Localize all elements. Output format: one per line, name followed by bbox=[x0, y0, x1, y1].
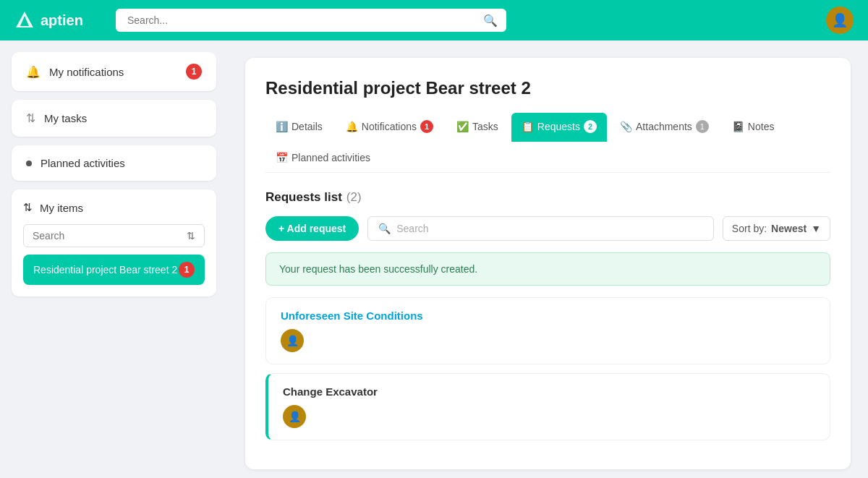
dot-icon bbox=[26, 161, 32, 166]
requests-search-bar[interactable]: 🔍 Search bbox=[367, 216, 714, 241]
project-item[interactable]: Residential project Bear street 2 1 bbox=[23, 255, 205, 285]
project-badge: 1 bbox=[179, 262, 195, 278]
tab-planned-label: Planned activities bbox=[292, 152, 370, 163]
details-icon: ℹ️ bbox=[276, 121, 288, 132]
sort-dropdown[interactable]: Sort by: Newest ▼ bbox=[723, 216, 830, 241]
tab-attachments[interactable]: 📎 Attachments 1 bbox=[610, 113, 719, 142]
project-name: Residential project Bear street 2 bbox=[33, 264, 177, 276]
requests-count: (2) bbox=[346, 190, 362, 205]
request-card-1[interactable]: Unforeseen Site Conditions 👤 bbox=[265, 297, 830, 364]
planned-tab-icon: 📅 bbox=[276, 152, 288, 163]
search-magnifier-icon: 🔍 bbox=[378, 223, 391, 234]
tab-tasks[interactable]: ✅ Tasks bbox=[446, 114, 509, 141]
tab-notes-label: Notes bbox=[748, 121, 775, 132]
notifications-tab-badge: 1 bbox=[420, 120, 433, 133]
bell-icon: 🔔 bbox=[26, 65, 41, 79]
request-card-2[interactable]: Change Excavator 👤 bbox=[265, 373, 830, 440]
logo-text: aptien bbox=[41, 12, 83, 29]
sort-value: Newest bbox=[771, 223, 807, 234]
logo[interactable]: aptien bbox=[14, 10, 101, 30]
tab-requests-label: Requests bbox=[537, 121, 580, 132]
requests-section-header: Requests list (2) bbox=[265, 190, 830, 205]
request-title-2[interactable]: Change Excavator bbox=[283, 385, 815, 398]
items-search-input[interactable] bbox=[33, 230, 187, 242]
request-avatar-2: 👤 bbox=[283, 405, 306, 428]
sort-icon[interactable]: ⇅ bbox=[187, 230, 195, 242]
main-layout: 🔔 My notifications 1 ⇅ My tasks Planned … bbox=[0, 40, 868, 478]
add-request-button[interactable]: + Add request bbox=[265, 216, 359, 241]
user-avatar[interactable]: 👤 bbox=[826, 7, 854, 34]
success-message: Your request has been successfully creat… bbox=[265, 252, 830, 286]
user-avatar-wrapper[interactable]: 👤 bbox=[826, 7, 854, 34]
tasks-label: My tasks bbox=[44, 112, 202, 124]
tab-tasks-label: Tasks bbox=[472, 121, 498, 132]
notes-tab-icon: 📓 bbox=[732, 121, 744, 132]
sort-label: Sort by: bbox=[732, 223, 767, 234]
notifications-tab-icon: 🔔 bbox=[346, 121, 358, 132]
tab-details[interactable]: ℹ️ Details bbox=[265, 114, 333, 141]
sidebar-items-section: ⇅ My items ⇅ Residential project Bear st… bbox=[12, 189, 216, 296]
items-section-title: ⇅ My items bbox=[23, 201, 205, 214]
sidebar-item-planned[interactable]: Planned activities bbox=[12, 145, 216, 181]
chevron-down-icon: ▼ bbox=[811, 223, 821, 234]
items-icon: ⇅ bbox=[23, 201, 33, 214]
attachments-tab-icon: 📎 bbox=[620, 121, 632, 132]
request-avatar-1: 👤 bbox=[281, 329, 304, 352]
tab-attachments-label: Attachments bbox=[636, 121, 692, 132]
tab-requests[interactable]: 📋 Requests 2 bbox=[511, 113, 607, 142]
attachments-tab-badge: 1 bbox=[696, 120, 709, 133]
search-input[interactable] bbox=[116, 9, 506, 32]
sidebar-item-tasks[interactable]: ⇅ My tasks bbox=[12, 100, 216, 137]
tab-details-label: Details bbox=[292, 121, 323, 132]
requests-section-title: Requests list bbox=[265, 190, 342, 205]
requests-actions-row: + Add request 🔍 Search Sort by: Newest ▼ bbox=[265, 216, 830, 241]
tab-notifications-label: Notifications bbox=[362, 121, 417, 132]
app-header: aptien 🔍 👤 bbox=[0, 0, 868, 40]
main-content: Residential project Bear street 2 ℹ️ Det… bbox=[228, 40, 868, 478]
global-search[interactable]: 🔍 bbox=[116, 9, 506, 32]
notifications-badge: 1 bbox=[186, 64, 202, 80]
tasks-icon: ⇅ bbox=[26, 111, 35, 125]
tab-planned[interactable]: 📅 Planned activities bbox=[265, 145, 380, 172]
sidebar-item-notifications[interactable]: 🔔 My notifications 1 bbox=[12, 52, 216, 91]
tab-nav: ℹ️ Details 🔔 Notifications 1 ✅ Tasks 📋 R… bbox=[265, 113, 830, 173]
search-icon: 🔍 bbox=[483, 14, 498, 27]
page-title: Residential project Bear street 2 bbox=[265, 78, 830, 98]
requests-tab-icon: 📋 bbox=[522, 121, 534, 132]
planned-label: Planned activities bbox=[41, 157, 202, 169]
requests-tab-badge: 2 bbox=[584, 120, 597, 133]
tab-notifications[interactable]: 🔔 Notifications 1 bbox=[336, 113, 443, 142]
content-card: Residential project Bear street 2 ℹ️ Det… bbox=[245, 58, 851, 469]
requests-search-placeholder: Search bbox=[396, 223, 428, 234]
tab-notes[interactable]: 📓 Notes bbox=[722, 114, 785, 141]
items-search-bar[interactable]: ⇅ bbox=[23, 224, 205, 247]
request-title-1[interactable]: Unforeseen Site Conditions bbox=[281, 310, 815, 322]
tasks-tab-icon: ✅ bbox=[456, 121, 469, 132]
notifications-label: My notifications bbox=[49, 66, 177, 78]
sidebar: 🔔 My notifications 1 ⇅ My tasks Planned … bbox=[0, 40, 228, 478]
